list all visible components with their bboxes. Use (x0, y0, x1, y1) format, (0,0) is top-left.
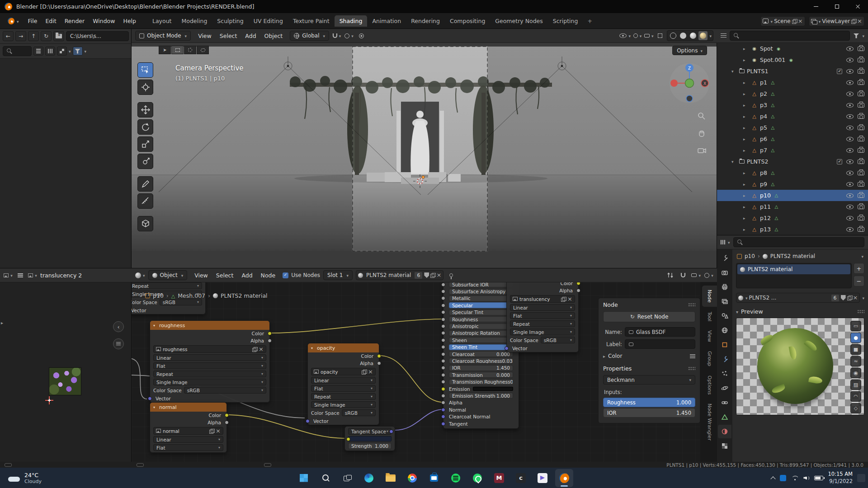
shading-rendered-button[interactable] (698, 31, 708, 40)
preview-fluid-button[interactable] (850, 391, 861, 402)
object-name[interactable]: p9 (760, 181, 767, 188)
toolbar-expand-icon[interactable]: ▸ (1, 320, 3, 325)
menu-item[interactable]: View (194, 31, 216, 41)
mode-select[interactable]: Object Mode (135, 31, 191, 41)
vector-input[interactable]: Vector (308, 418, 379, 425)
object-name[interactable]: p12 (760, 215, 771, 221)
editor-type-button[interactable] (135, 271, 145, 280)
drag-grip-icon[interactable] (688, 303, 695, 307)
color-section-toggle[interactable]: Color (599, 350, 700, 362)
menu-item[interactable]: Select (216, 31, 241, 41)
material-slot-item[interactable]: PLNTS2 material (737, 264, 850, 274)
node-dropdown[interactable]: Linear (153, 436, 223, 443)
close-button[interactable] (847, 0, 868, 13)
object-name[interactable]: p13 (760, 226, 771, 233)
vector-socket[interactable] (306, 419, 310, 423)
expand-icon[interactable] (743, 205, 749, 209)
unlink-image-icon[interactable] (567, 296, 572, 302)
node-dropdown[interactable]: Repeat (153, 371, 266, 377)
pan-button[interactable] (696, 127, 708, 139)
filter-chevron[interactable] (862, 33, 864, 39)
object-name[interactable]: p2 (760, 90, 767, 97)
menu-item[interactable]: Select (212, 271, 238, 280)
expand-icon[interactable] (743, 103, 749, 108)
node-input-row[interactable]: Clearcoat Normal (443, 413, 519, 420)
expand-icon[interactable] (743, 58, 749, 62)
vector-input[interactable]: Vector (507, 345, 578, 352)
tool-cursor-button[interactable] (137, 80, 153, 95)
file-search-input[interactable] (3, 46, 32, 56)
select-tweak-button[interactable]: ➤ (159, 46, 171, 54)
copy-image-icon[interactable] (561, 297, 566, 301)
sidebar-tab[interactable]: Node Wrangler (702, 399, 717, 445)
color-socket[interactable] (225, 413, 229, 418)
expand-icon[interactable] (743, 126, 749, 130)
workspace-tab[interactable]: UV Editing (249, 15, 288, 27)
vector-socket[interactable] (505, 347, 509, 351)
tab-render[interactable] (718, 266, 731, 279)
hide-in-viewport-icon[interactable] (846, 114, 854, 119)
wifi-icon[interactable] (791, 475, 799, 481)
color-output[interactable]: Color (507, 282, 578, 287)
input-socket[interactable] (441, 338, 445, 342)
sidebar-tab[interactable]: View (702, 326, 717, 346)
menu-item[interactable]: Node (257, 271, 280, 280)
image-datablock[interactable]: opacity (311, 368, 376, 375)
object-name[interactable]: p7 (760, 147, 767, 154)
browse-image-button[interactable] (28, 271, 37, 280)
task-view-button[interactable] (338, 469, 356, 487)
outliner-row[interactable]: p8 (717, 167, 868, 178)
breadcrumb-material[interactable]: PLNTS2 material (770, 253, 815, 259)
store-button[interactable] (425, 469, 443, 487)
copy-image-icon[interactable] (362, 370, 366, 374)
disable-in-render-icon[interactable] (858, 92, 864, 96)
preview-sphere-button[interactable] (850, 333, 861, 343)
node-dropdown[interactable]: Repeat (132, 282, 202, 289)
maximize-button[interactable] (826, 0, 847, 13)
select-lasso-button[interactable] (197, 46, 209, 54)
input-socket[interactable] (441, 324, 445, 328)
hide-in-viewport-icon[interactable] (846, 80, 854, 85)
image-datablock[interactable]: translucency (510, 295, 575, 303)
tool-add-cube-button[interactable] (137, 216, 153, 231)
node-normal-map[interactable]: Tangent Space Strength1.000 (344, 426, 395, 451)
material-preview[interactable] (736, 318, 864, 415)
display-settings-chevron[interactable] (69, 48, 71, 54)
outliner-row[interactable]: PLNTS2 (717, 156, 868, 167)
disable-in-render-icon[interactable] (858, 47, 864, 51)
alpha-socket[interactable] (268, 339, 272, 343)
hide-in-viewport-icon[interactable] (846, 216, 854, 221)
node-image-texture-normal[interactable]: normal Color Alpha normal LinearFlat (150, 402, 227, 453)
select-circle-button[interactable] (184, 46, 196, 54)
tab-constraints[interactable] (718, 396, 731, 409)
create-folder-button[interactable] (53, 31, 64, 41)
disable-in-render-icon[interactable] (858, 148, 864, 153)
viewport-canvas[interactable]: ➤ Options Camera Perspective (1) PLNTS1 … (132, 43, 717, 268)
input-socket[interactable] (441, 373, 445, 377)
expand-icon[interactable] (743, 193, 749, 198)
remove-viewlayer-icon[interactable] (857, 18, 862, 24)
node-header[interactable]: normal (150, 403, 226, 412)
volume-icon[interactable] (803, 475, 810, 481)
node-header[interactable]: opacity (308, 343, 379, 352)
blender-app-button[interactable] (555, 469, 573, 487)
menu-item[interactable]: Window (89, 16, 119, 26)
outliner-row[interactable]: p3 (717, 99, 868, 111)
alpha-output[interactable]: Alpha (308, 360, 379, 367)
shading-material-button[interactable] (689, 31, 698, 40)
hide-in-viewport-icon[interactable] (846, 69, 854, 74)
hide-in-viewport-icon[interactable] (846, 227, 854, 232)
alpha-output[interactable]: Alpha (150, 337, 269, 344)
sidebar-tab[interactable]: Node (702, 286, 717, 307)
navigation-gizmo[interactable]: Z X (668, 61, 711, 105)
app-c-button[interactable]: c (512, 469, 530, 487)
object-name[interactable]: Spot (760, 45, 773, 52)
color-input-socket[interactable] (346, 437, 350, 441)
normal-output-socket[interactable] (389, 429, 393, 433)
workspace-tab[interactable]: Rendering (406, 15, 445, 27)
hide-in-viewport-icon[interactable] (846, 58, 854, 62)
node-dropdown[interactable]: Single Image (510, 328, 575, 335)
image-datablock[interactable]: roughness (153, 345, 266, 353)
outliner-row[interactable]: p4 (717, 111, 868, 122)
outliner-row[interactable]: p11 (717, 201, 868, 212)
